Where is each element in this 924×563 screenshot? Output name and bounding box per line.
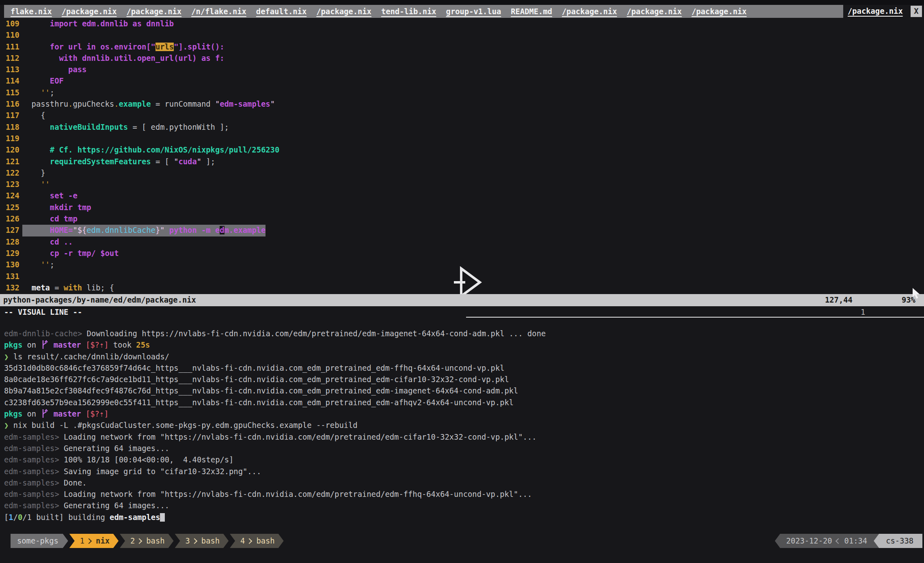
text-segment: "${ — [73, 226, 86, 234]
text-segment: pkgs — [4, 341, 22, 349]
text-segment: edm.dnnlibCache — [86, 226, 155, 234]
text-segment: nativeBuildInputs — [50, 123, 128, 131]
text-segment: = [ edm.pythonWith ]; — [128, 123, 229, 131]
tab-3[interactable]: /package.nix — [126, 7, 181, 16]
close-button[interactable]: X — [911, 6, 922, 17]
code-text: with dnnlib.util.open_url(url) as f: — [22, 53, 225, 64]
text-segment: lib; { — [82, 284, 114, 292]
text-segment: '' — [22, 260, 50, 269]
tmux-time: 01:34 — [844, 537, 868, 545]
tab-7[interactable]: tend-lib.nix — [381, 7, 436, 16]
code-text: requiredSystemFeatures = [ "cuda" ]; — [22, 156, 215, 168]
tmux-window-2-bash[interactable]: 2bash — [120, 534, 174, 548]
tab-4[interactable]: /n/flake.nix — [191, 7, 246, 16]
text-segment: edm-samples> — [4, 479, 59, 487]
line-number: 124 — [0, 190, 22, 202]
text-segment: '' — [22, 180, 50, 189]
tmux-window-3-bash[interactable]: 3bash — [175, 534, 229, 548]
line-number: 116 — [0, 99, 22, 110]
text-segment: Generating 64 images... — [59, 444, 169, 453]
text-segment: Loading network from "https://nvlabs-fi-… — [59, 433, 537, 441]
code-line-114: 114 EOF — [0, 75, 924, 87]
text-segment: import edm.dnnlib as dnnlib — [22, 19, 174, 28]
code-text: import edm.dnnlib as dnnlib — [22, 18, 174, 30]
text-segment: Generating 64 images... — [59, 501, 169, 510]
tab-1[interactable]: flake.nix — [11, 7, 52, 16]
tab-9[interactable]: README.md — [511, 7, 552, 16]
code-text-selected: HOME="${edm.dnnlibCache}" python -m edm.… — [22, 225, 266, 236]
text-segment: " — [270, 100, 275, 108]
mouse-pointer-icon — [912, 288, 922, 301]
text-segment: c3238fd63e57b9ea1562999e0c55f411_https__… — [4, 398, 514, 407]
text-segment: gpuChecks — [73, 100, 114, 108]
vim-pending-count: 1 — [861, 306, 865, 318]
text-segment: d — [220, 226, 224, 234]
tab-5[interactable]: default.nix — [256, 7, 307, 16]
tmux-window-4-bash[interactable]: 4bash — [230, 534, 284, 548]
text-segment: { — [22, 111, 45, 120]
statusline-filename: python-packages/by-name/ed/edm/package.n… — [3, 294, 196, 306]
code-line-123: 123 '' — [0, 179, 924, 190]
chevron-right-icon — [192, 538, 197, 544]
code-text: ''; — [22, 259, 54, 271]
text-segment: 8a0cade18e36ff627fc6c7a9dce1bd11_https__… — [4, 375, 509, 384]
text-segment: ; — [50, 260, 54, 269]
text-segment: 100% 18/18 [00:04<00:00, 4.40step/s] — [59, 456, 234, 464]
text-segment: . — [68, 100, 73, 108]
code-line-115: 115 ''; — [0, 87, 924, 99]
text-segment: urls — [155, 43, 174, 51]
text-segment: python -m e — [165, 226, 220, 234]
code-line-118: 118 nativeBuildInputs = [ edm.pythonWith… — [0, 122, 924, 133]
code-line-126: 126 cd tmp — [0, 213, 924, 225]
tab-12[interactable]: /package.nix — [691, 7, 747, 16]
tmux-window-1-nix[interactable]: 1nix — [69, 534, 119, 548]
tab-10[interactable]: /package.nix — [562, 7, 617, 16]
line-number: 126 — [0, 213, 22, 225]
text-segment: edm-dnnlib-cache> — [4, 329, 82, 338]
line-number: 118 — [0, 122, 22, 133]
text-segment: /1 built] building — [22, 513, 110, 522]
text-segment: edm-samples> — [4, 467, 59, 476]
code-text: # Cf. https://github.com/NixOS/nixpkgs/p… — [22, 144, 279, 156]
text-segment — [22, 123, 50, 131]
text-segment: edm-samples — [110, 513, 160, 522]
terminal-pane[interactable]: edm-dnnlib-cache> Downloading https://nv… — [0, 328, 924, 523]
tab-2[interactable]: /package.nix — [62, 7, 117, 16]
text-segment: example — [119, 100, 151, 108]
pane-divider[interactable] — [466, 317, 924, 318]
line-number: 110 — [0, 30, 22, 41]
tmux-window-name: bash — [146, 537, 164, 545]
terminal-line-5: 8a0cade18e36ff627fc6c7a9dce1bd11_https__… — [0, 374, 924, 385]
text-segment: "].split(): — [174, 43, 224, 51]
text-segment: Downloading https://nvlabs-fi-cdn.nvidia… — [82, 329, 546, 338]
chevron-right-icon — [86, 538, 92, 544]
text-segment: Done. — [59, 479, 87, 487]
tab-11[interactable]: /package.nix — [627, 7, 682, 16]
text-segment: . — [114, 100, 119, 108]
code-line-128: 128 cd .. — [0, 236, 924, 248]
code-text: pass — [22, 64, 86, 75]
terminal-line-13: edm-samples> Saving image grid to "cifar… — [0, 466, 924, 477]
text-segment: = — [50, 284, 64, 292]
terminal-line-16: edm-samples> Generating 64 images... — [0, 500, 924, 511]
terminal-line-17: [1/0/1 built] building edm-samples — [0, 512, 924, 523]
text-segment: master — [49, 410, 85, 418]
text-segment: " — [215, 100, 220, 108]
code-text: mkdir tmp — [22, 202, 91, 213]
tmux-session-name[interactable]: some-pkgs — [11, 534, 68, 548]
code-line-122: 122 } — [0, 168, 924, 179]
code-text: cd tmp — [22, 213, 78, 225]
chevron-right-icon — [246, 538, 252, 544]
editor-pane[interactable]: 109 import edm.dnnlib as dnnlib110111 fo… — [0, 18, 924, 294]
code-line-113: 113 pass — [0, 64, 924, 75]
tab-active[interactable]: /package.nix — [844, 5, 906, 18]
text-segment: ❯ — [4, 352, 13, 361]
code-line-121: 121 requiredSystemFeatures = [ "cuda" ]; — [0, 156, 924, 168]
tab-6[interactable]: /package.nix — [316, 7, 371, 16]
code-line-110: 110 — [0, 30, 924, 41]
git-branch-icon — [41, 341, 49, 349]
text-segment: on — [22, 341, 41, 349]
tab-8[interactable]: group-v1.lua — [446, 7, 501, 16]
terminal-line-10: edm-samples> Loading network from "https… — [0, 432, 924, 443]
code-line-125: 125 mkdir tmp — [0, 202, 924, 213]
